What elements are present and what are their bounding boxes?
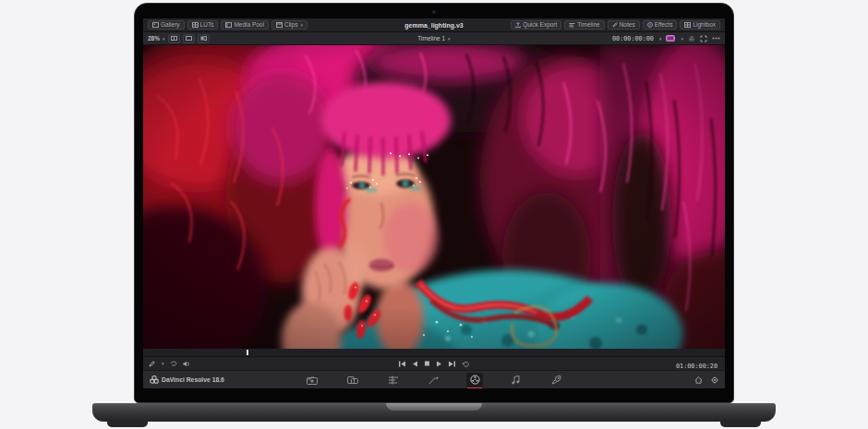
timeline-view-label: Timeline [577,22,599,29]
clips-icon [276,22,283,28]
page-fairlight-button[interactable] [507,373,524,387]
webcam-icon [432,10,436,14]
loop-range-icon[interactable] [170,361,177,366]
gallery-icon [152,22,159,28]
quick-export-icon [515,22,521,28]
notes-button[interactable]: Notes [608,20,640,30]
page-fusion-button[interactable] [426,373,442,387]
media-pool-icon [225,22,232,28]
luts-button[interactable]: LUTs [187,20,219,30]
play-icon[interactable] [437,361,442,367]
luts-icon [192,22,199,28]
viewer-image [143,45,725,349]
color-viewer-icon[interactable] [688,35,695,42]
chevron-down-icon: ▾ [448,36,451,42]
chevron-down-icon: ▾ [659,36,662,42]
cinema-viewer-icon[interactable] [666,35,675,42]
page-media-button[interactable] [304,373,320,387]
color-page-icon [470,375,480,385]
timeline-icon [569,22,575,28]
clips-button[interactable]: Clips ▾ [271,20,307,30]
deliver-page-icon [551,375,561,385]
viewer-scrubber[interactable] [143,349,725,357]
skip-end-icon[interactable] [449,361,456,367]
chevron-down-icon: ▾ [163,36,165,42]
gallery-button[interactable]: Gallery [148,20,185,30]
page-cut-button[interactable] [344,373,361,387]
toolbar-right-group: Quick Export Timeline Notes Effects [511,20,720,30]
home-icon[interactable] [694,376,703,384]
skip-start-icon[interactable] [399,361,406,367]
more-options-icon[interactable] [712,37,720,40]
lightbox-button[interactable]: Lightbox [680,20,720,30]
wipe-mode-button[interactable] [168,34,180,43]
davinci-resolve-window: Gallery LUTs Media Pool Clips ▾ [143,18,725,388]
media-page-icon [307,375,318,385]
edit-page-icon [388,375,399,385]
laptop-screen: Gallery LUTs Media Pool Clips ▾ [134,3,734,403]
viewer-toolbar-left: 28% ▾ [148,34,210,43]
chevron-down-icon: ▾ [681,36,683,42]
viewer-toolbar-right: 00:00:00:00 ▾ ▾ [612,35,720,42]
playhead-marker[interactable] [247,350,248,355]
cut-page-icon [347,375,358,385]
timeline-name: Timeline 1 [417,35,445,42]
notes-icon [612,22,618,28]
media-pool-label: Media Pool [234,22,264,29]
app-version-label: DaVinci Resolve 18.6 [162,376,224,383]
fairlight-page-icon [511,375,521,385]
audio-mute-icon[interactable] [183,361,191,367]
laptop-base [92,403,776,422]
fusion-page-icon [428,375,440,385]
laptop-lid-notch [386,403,482,411]
page-navigation-bar: DaVinci Resolve 18.6 [143,370,725,388]
media-pool-button[interactable]: Media Pool [221,20,269,30]
timeline-view-button[interactable]: Timeline [564,20,604,30]
top-toolbar: Gallery LUTs Media Pool Clips ▾ [143,18,725,32]
record-timecode: 01:00:00:20 [676,363,717,370]
annotate-tool-icon[interactable] [149,361,155,367]
page-edit-button[interactable] [385,373,402,387]
lightbox-icon [684,22,691,28]
app-brand: DaVinci Resolve 18.6 [150,375,224,384]
play-reverse-icon[interactable] [413,361,418,367]
expand-viewer-icon[interactable] [700,35,707,42]
color-page-viewer[interactable] [143,45,725,349]
timeline-selector[interactable]: Timeline 1 ▾ [417,35,450,42]
chevron-down-icon: ▾ [162,361,164,366]
loop-playback-icon[interactable] [463,361,470,367]
transport-bar: ▾ 01:00:00:20 [143,357,725,370]
lightbox-label: Lightbox [693,22,716,29]
viewer-zoom-value: 28% [148,35,160,42]
effects-icon [647,22,653,28]
effects-label: Effects [655,22,673,29]
page-color-button[interactable] [466,373,483,387]
quick-export-button[interactable]: Quick Export [511,20,561,30]
split-screen-button[interactable] [183,34,195,43]
clips-label: Clips [284,22,297,29]
toolbar-left-group: Gallery LUTs Media Pool Clips ▾ [148,20,307,30]
transport-controls [399,361,470,367]
screenshot-stage: Gallery LUTs Media Pool Clips ▾ [0,0,868,429]
settings-gear-icon[interactable] [711,376,718,384]
page-deliver-button[interactable] [548,373,564,387]
project-title: gemma_lighting.v3 [404,22,463,29]
gallery-label: Gallery [161,22,180,29]
viewer-toolbar: 28% ▾ Timeline 1 ▾ 00:00:00:00 ▾ ▾ [143,32,725,45]
viewer-zoom-control[interactable]: 28% ▾ [148,35,165,42]
page-buttons [304,373,564,387]
quick-export-label: Quick Export [523,22,557,29]
davinci-resolve-logo-icon [150,375,159,384]
notes-label: Notes [620,22,635,29]
chevron-down-icon: ▾ [300,23,303,28]
source-timecode: 00:00:00:00 [612,35,654,42]
luts-label: LUTs [200,22,214,29]
page-bar-right [694,376,718,384]
highlight-button[interactable] [198,34,210,43]
stop-icon[interactable] [425,361,430,366]
effects-button[interactable]: Effects [643,20,678,30]
